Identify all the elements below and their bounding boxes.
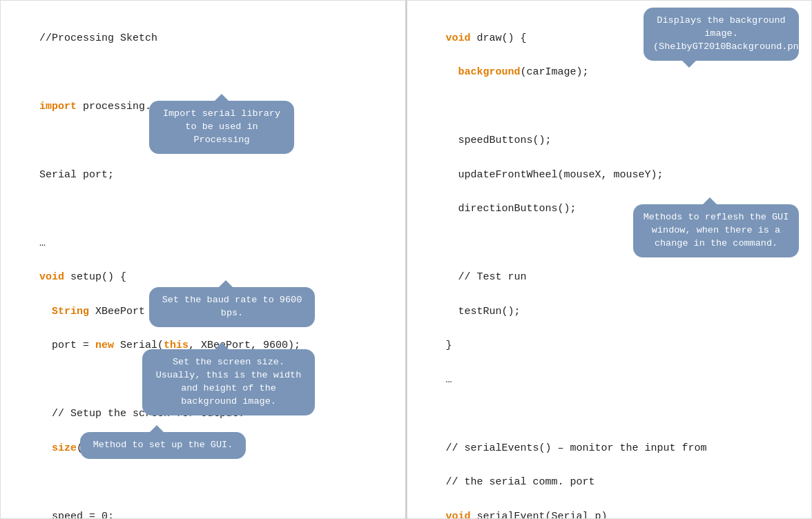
kw-new: new [95, 340, 114, 351]
bubble-baud-text: Set the baud rate to 9600 bps. [162, 295, 302, 318]
bubble-gui-text: Method to set up the GUI. [93, 440, 233, 450]
close-brace-draw: } [446, 340, 452, 351]
kw-background: background [446, 66, 521, 78]
bubble-import: Import serial library to be used in Proc… [149, 101, 294, 154]
kw-string: String [39, 306, 89, 317]
right-panel: Displays the background image. (ShelbyGT… [407, 0, 813, 519]
update-front: updateFrontWheel(mouseX, mouseY); [446, 169, 664, 181]
kw-void-serial: void [446, 511, 471, 519]
bubble-gui: Method to set up the GUI. [80, 432, 246, 459]
speed-assign: speed = 0; [39, 511, 114, 519]
test-run: testRun(); [446, 306, 521, 317]
bubble-bg: Displays the background image. (ShelbyGT… [644, 8, 799, 61]
right-code: void draw() { background(carImage); spee… [421, 13, 798, 519]
bubble-bg-text: Displays the background image. (ShelbyGT… [653, 15, 810, 52]
serial-event-sig: serialEvent(Serial p) [471, 511, 608, 519]
ellipsis1: … [39, 237, 46, 249]
kw-size: size [39, 442, 77, 454]
bubble-size-text: Set the screen size. Usually, this is th… [156, 357, 302, 407]
direction-buttons: directionButtons(); [446, 203, 577, 215]
bubble-size: Set the screen size. Usually, this is th… [142, 349, 315, 415]
comment-serial1: // serialEvents() – monitor the input fr… [446, 442, 707, 454]
ellipsis2: … [446, 374, 452, 386]
background-call: (carImage); [521, 66, 589, 78]
kw-void-draw: void [446, 32, 471, 44]
bubble-baud: Set the baud rate to 9600 bps. [149, 287, 315, 327]
setup-sig: setup() { [64, 271, 126, 283]
comment-serial2: // the serial comm. port [446, 476, 595, 488]
port-assign: port = [39, 340, 95, 351]
left-panel: //Processing Sketch import processing.se… [0, 0, 407, 519]
kw-import: import [39, 101, 77, 112]
speed-buttons: speedButtons(); [446, 135, 552, 146]
kw-void-setup: void [39, 271, 64, 283]
bubble-refresh: Methods to reflesh the GUI window, when … [633, 204, 799, 257]
line-comment: //Processing Sketch [39, 32, 157, 44]
bubble-refresh-text: Methods to reflesh the GUI window, when … [644, 212, 789, 248]
comment-test: // Test run [446, 271, 527, 283]
serial-port: Serial port; [39, 169, 114, 181]
bubble-import-text: Import serial library to be used in Proc… [163, 108, 280, 145]
draw-sig: draw() { [471, 32, 527, 44]
